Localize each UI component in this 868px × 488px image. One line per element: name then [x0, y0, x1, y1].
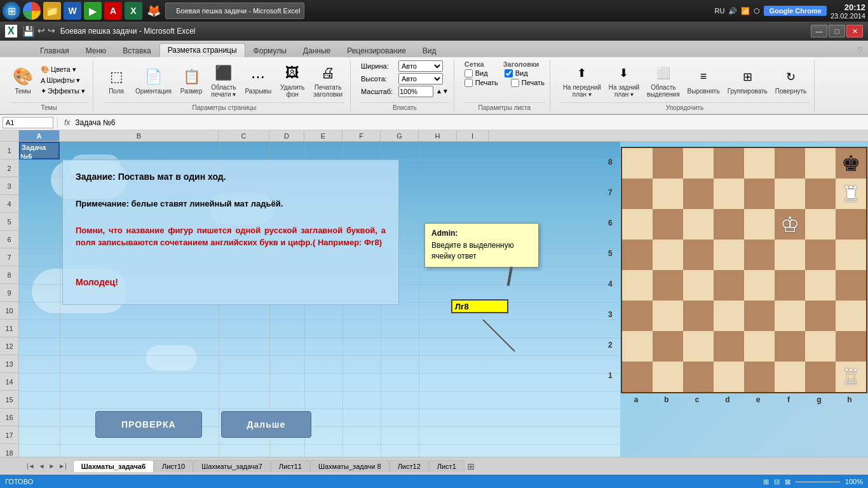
tab-review[interactable]: Рецензирование — [339, 44, 414, 57]
excel-taskbar-btn[interactable]: X — [125, 2, 142, 20]
btn-orientation[interactable]: 📄 Ориентация — [133, 65, 174, 96]
sheet-nav-prev[interactable]: ◄ — [37, 463, 46, 470]
excel-app-icon: X — [170, 7, 174, 15]
tab-sheet10[interactable]: Лист10 — [154, 460, 193, 472]
square-b6 — [653, 209, 683, 240]
word-taskbar-btn[interactable]: W — [64, 2, 81, 20]
btn-size[interactable]: 📋 Размер — [178, 65, 205, 96]
btn-align[interactable]: ≡ Выровнять — [685, 65, 722, 96]
excel-taskbar-app[interactable]: X Боевая пешка задачи - Microsoft Excel — [165, 3, 304, 19]
sheet-nav-next[interactable]: ► — [47, 463, 56, 470]
square-h2 — [836, 331, 866, 362]
status-left: ГОТОВО — [5, 478, 33, 485]
tab-formulas[interactable]: Формулы — [245, 44, 295, 57]
square-g1 — [805, 362, 836, 392]
cell-reference-box[interactable] — [3, 117, 53, 128]
excel-title-icon: X — [5, 25, 17, 37]
scale-input[interactable] — [398, 86, 433, 97]
tab-view[interactable]: Вид — [414, 44, 445, 57]
cells-area[interactable]: Задача №6 Задание: Поставь мат в один хо… — [19, 142, 620, 457]
taskbar: ⊞ 📁 W ▶ A X 🦊 X Боевая пешка задачи - Mi… — [0, 0, 868, 22]
sheet-nav-last[interactable]: ►| — [57, 463, 68, 470]
btn-print-area[interactable]: ⬛ Областьпечати ▾ — [208, 62, 238, 99]
height-select[interactable]: Авто — [398, 73, 443, 85]
chess-section: 8 7 6 5 4 3 2 1 — [620, 142, 868, 457]
square-c6 — [683, 209, 714, 240]
scale-spinner[interactable]: ▲▼ — [436, 88, 449, 95]
row-num-14: 14 — [0, 373, 18, 391]
btn-margins[interactable]: ⬚ Поля — [104, 65, 129, 96]
row-num-11: 11 — [0, 320, 18, 337]
formula-input[interactable] — [75, 118, 865, 127]
btn-send-back[interactable]: ⬇ На заднийплан ▾ — [606, 62, 642, 99]
acrobat-taskbar-btn[interactable]: A — [104, 2, 122, 20]
btn-print-titles[interactable]: 🖨 Печататьзаголовки — [311, 62, 345, 99]
sheet-nav-first[interactable]: |◄ — [25, 463, 36, 470]
headers-print-check[interactable] — [511, 79, 519, 87]
btn-selection-pane[interactable]: ⬜ Областьвыделения — [644, 62, 682, 99]
redo-icon[interactable]: ↪ — [48, 25, 55, 37]
ribbon-tabs: Главная Меню Вставка Разметка страницы Ф… — [0, 41, 868, 57]
ribbon-help-icon[interactable]: ? — [852, 46, 868, 57]
btn-breaks[interactable]: ⋯ Разрывы — [242, 65, 274, 96]
square-a5 — [622, 240, 653, 270]
tab-home[interactable]: Главная — [32, 44, 78, 57]
btn-effects[interactable]: ✦ Эффекты ▾ — [38, 86, 88, 96]
view-normal-icon[interactable]: ⊞ — [763, 478, 769, 486]
tab-sheet11[interactable]: Лист11 — [271, 460, 310, 472]
tab-menu[interactable]: Меню — [78, 44, 114, 57]
bg-icon: 🖼 — [282, 63, 302, 83]
sheet-options-icon[interactable]: ⊞ — [467, 461, 475, 471]
view-page-break-icon[interactable]: ⊠ — [785, 478, 790, 486]
minimize-button[interactable]: — — [811, 25, 827, 37]
start-button[interactable]: ⊞ — [3, 2, 20, 20]
btn-rotate[interactable]: ↻ Повернуть — [773, 65, 809, 96]
square-f6: ♔ — [775, 209, 805, 240]
square-b5 — [653, 240, 683, 270]
square-a3 — [622, 301, 653, 331]
btn-bg[interactable]: 🖼 Удалитьфон — [278, 62, 307, 99]
row-num-7: 7 — [0, 248, 18, 266]
callout-popup: Admin: Введите в выделенную ячейку ответ — [424, 223, 539, 268]
maximize-button[interactable]: □ — [829, 25, 845, 37]
grid-print-check[interactable] — [465, 79, 473, 87]
tab-insert[interactable]: Вставка — [114, 44, 159, 57]
grid-view-check[interactable] — [465, 69, 473, 78]
ribbon-group-sheet-options: Сетка Заголовки Вид Вид Печать Печать — [459, 60, 550, 111]
tab-sheet1[interactable]: Лист1 — [429, 460, 465, 472]
width-select[interactable]: Авто — [398, 60, 443, 72]
headers-view-check[interactable] — [505, 69, 513, 78]
folder-taskbar-btn[interactable]: 📁 — [43, 2, 61, 20]
tab-data[interactable]: Данные — [295, 44, 339, 57]
btn-themes[interactable]: 🎨 Темы — [10, 65, 36, 96]
square-g8 — [805, 148, 836, 179]
media-taskbar-btn[interactable]: ▶ — [84, 2, 102, 20]
tab-sheet12[interactable]: Лист12 — [390, 460, 429, 472]
tab-chess-tasks8[interactable]: Шахматы_задачи 8 — [310, 460, 390, 472]
btn-bring-front[interactable]: ⬆ На переднийплан ▾ — [560, 62, 604, 99]
check-button[interactable]: ПРОВЕРКА — [95, 411, 202, 438]
col-header-I: I — [457, 130, 489, 141]
btn-colors[interactable]: 🎨 Цвета ▾ — [38, 65, 88, 74]
size-icon: 📋 — [181, 67, 201, 87]
btn-group[interactable]: ⊞ Группировать — [725, 65, 770, 96]
corner-cell — [0, 130, 19, 141]
tab-chess-task7[interactable]: Шахматы_задача7 — [193, 460, 271, 472]
next-button[interactable]: Дальше — [221, 411, 312, 438]
square-d7 — [714, 179, 744, 209]
answer-cell[interactable]: Лг8 — [451, 299, 508, 313]
tab-chess-task6[interactable]: Шахматы_задача6 — [73, 460, 154, 472]
row-numbers: 1 2 3 4 5 6 7 8 9 10 11 12 13 14 15 16 1… — [0, 142, 19, 457]
view-layout-icon[interactable]: ⊟ — [774, 478, 780, 486]
btn-fonts[interactable]: A Шрифты ▾ — [38, 76, 88, 85]
tab-page-layout[interactable]: Разметка страницы — [159, 43, 245, 57]
svg-line-0 — [483, 320, 515, 351]
close-button[interactable]: ✕ — [846, 25, 863, 37]
firefox-taskbar-btn[interactable]: 🦊 — [145, 2, 163, 20]
save-icon[interactable]: 💾 — [22, 25, 35, 37]
undo-icon[interactable]: ↩ — [37, 25, 45, 37]
chrome-taskbar-btn[interactable] — [23, 2, 41, 20]
clock-date: 23.02.2014 — [831, 12, 865, 20]
height-label: Высота: — [361, 75, 396, 83]
cell-a1[interactable]: Задача №6 — [19, 142, 60, 159]
